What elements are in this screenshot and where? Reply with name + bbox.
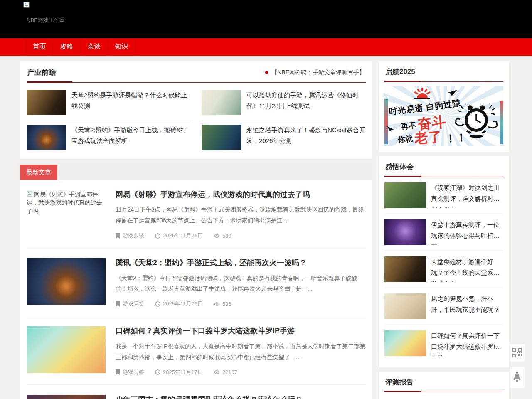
site-logo[interactable]: NBE游戏工作室: [23, 2, 65, 24]
side-item-yise[interactable]: 伊瑟手游真实测评，一位玩家的体验心得与吐槽分享: [384, 214, 503, 251]
featured-title: 永恒之塔手游真来了！盛趣与NCsoft联合开发，2026年公测: [246, 125, 366, 150]
green-map-thumbnail: [384, 182, 426, 208]
bookmark-icon: [116, 369, 120, 375]
section-underline: [384, 391, 503, 392]
nav-item-home[interactable]: 首页: [26, 38, 53, 55]
featured-title: 天堂2盟约是手游还是端游？什么时候能上线公测: [71, 90, 191, 115]
widget-title-insights: 感悟体会: [385, 162, 414, 172]
article-views: 580: [222, 233, 232, 239]
clock-icon: [155, 301, 160, 307]
eye-icon: [214, 302, 220, 306]
reports-widget: 评测报告 1 口碑如何？真实评价一下口袋斗罗大陆这款 2 永恒之塔手游真来了！盛…: [379, 372, 509, 399]
article-category[interactable]: 游戏问答: [123, 369, 144, 376]
section-title-industry: 产业前瞻: [27, 68, 56, 77]
side-item-hanjia[interactable]: 《汉家江湖》对决剑之川真实测评，详文解析对决剑之川手: [384, 177, 503, 214]
featured-title: 可以渡劫升仙的手游，腾讯运营《修仙时代》11月28日上线测试: [246, 90, 366, 115]
broken-image-icon: [23, 2, 65, 10]
article-title[interactable]: 网易《射雕》手游宣布停运，武侠游戏的时代真的过去了吗: [116, 190, 366, 200]
red-dot-icon: [265, 71, 268, 74]
article-views: 22107: [222, 369, 237, 375]
side-item-title: 《汉家江湖》对决剑之川真实测评，详文解析对决剑之川手: [431, 182, 503, 208]
sail-2025-widget: 启航2025: [379, 61, 509, 152]
lineage2-keyart-thumbnail: [27, 90, 66, 115]
article-date: 2025年11月26日: [163, 300, 203, 308]
featured-title: 《天堂2:盟约》手游版今日上线，搬砖&打宝游戏玩法全面解析: [71, 125, 191, 150]
lineage2-keyart-thumbnail: [384, 256, 426, 282]
clock-icon: [155, 233, 160, 239]
bookmark-icon: [116, 301, 120, 307]
back-to-top-button[interactable]: [510, 367, 525, 388]
sanguo-city-thumbnail: [27, 395, 106, 399]
purple-arena-thumbnail: [384, 219, 426, 245]
section-underline: [27, 81, 366, 83]
side-item-fengzhijianwu[interactable]: 风之剑舞氪不氪，肝不肝，平民玩家能不能玩？: [384, 288, 503, 325]
article-category[interactable]: 游戏问答: [123, 300, 144, 308]
nav-item-knowledge[interactable]: 知识: [108, 38, 135, 55]
article-category[interactable]: 游戏杂谈: [123, 232, 144, 239]
article-title[interactable]: 腾讯《天堂2：盟约》手游正式上线，还能再次火一波吗？: [116, 258, 366, 268]
logo-alt-text: NBE游戏工作室: [27, 17, 65, 24]
industry-outlook-section: 产业前瞻 【NBE网招聘：手游文章评测写手】 天堂2盟约是手游还是端游？什么时候…: [20, 61, 372, 159]
widget-title-sail2025: 启航2025: [385, 67, 415, 76]
article-meta: 游戏杂谈 2025年11月26日 580: [116, 232, 366, 239]
rank-item-1[interactable]: 1 口碑如何？真实评价一下口袋斗罗大陆这款: [384, 397, 503, 399]
banner-right-decor: [500, 101, 503, 144]
article-excerpt: 《天堂2：盟约》今日不需要激活码测试，这游戏！真的是有我的青春啊，一听音乐就鼻子…: [116, 273, 366, 295]
article-row-shediao[interactable]: 网易《射雕》手游宣布停运，武侠游戏的时代真的过去了吗 网易《射雕》手游宣布停运，…: [27, 180, 366, 248]
qr-code-button[interactable]: [510, 344, 525, 362]
article-row-douluo[interactable]: 口碑如何？真实评价一下口袋斗罗大陆这款斗罗IP手游 我是一个对于斗罗IP很喜欢的…: [27, 316, 366, 384]
rocket-icon: [512, 371, 522, 384]
article-row-sanguo[interactable]: 少年三国志：零的最强蜀国队应该怎么搭？应该怎么玩？ 少年三国志：零的最强蜀国队要…: [27, 385, 366, 399]
article-excerpt: 11月24日下午3点，网易《射雕》手游正式关闭服务器，这款承载着无数武侠迷回忆的…: [116, 204, 366, 226]
widget-title-reports: 评测报告: [385, 377, 414, 387]
paper-plane-icon: [447, 89, 458, 99]
eye-icon: [214, 370, 220, 374]
article-meta: 游戏问答 2025年11月26日 536: [116, 300, 366, 308]
article-title[interactable]: 少年三国志：零的最强蜀国队应该怎么搭？应该怎么玩？: [116, 395, 366, 399]
sidebar: 启航2025: [379, 61, 509, 399]
cartoon-game-thumbnail: [384, 330, 426, 356]
featured-item-xiuxian[interactable]: 可以渡劫升仙的手游，腾讯运营《修仙时代》11月28日上线测试: [202, 85, 366, 120]
featured-item-lineage2-launch[interactable]: 《天堂2:盟约》手游版今日上线，搬砖&打宝游戏玩法全面解析: [27, 120, 191, 155]
article-title[interactable]: 口碑如何？真实评价一下口袋斗罗大陆这款斗罗IP手游: [116, 326, 366, 336]
banner-line3c: ！！: [445, 130, 467, 146]
featured-item-lineage2m[interactable]: 天堂2盟约是手游还是端游？什么时候能上线公测: [27, 85, 191, 120]
qr-code-icon: [512, 348, 522, 357]
dragon-battle-thumbnail: [27, 258, 106, 305]
rising-sun-icon: [409, 88, 436, 101]
bookmark-icon: [116, 233, 120, 239]
article-meta: 游戏问答 2025年11月17日 22107: [116, 369, 366, 376]
side-item-tiantang[interactable]: 天堂类题材手游哪个好玩？至今上线的天堂系列游戏大全: [384, 251, 503, 288]
dragon-battle-thumbnail: [27, 125, 66, 150]
article-date: 2025年11月17日: [163, 369, 203, 376]
eye-icon: [214, 234, 220, 238]
motivation-banner[interactable]: 时光易逝 白驹过隙 再不 奋斗 你就 老了 ！！: [384, 86, 503, 146]
broken-thumbnail-alt: 网易《射雕》手游宣布停运，武侠游戏的时代真的过去了吗: [27, 190, 106, 239]
featured-item-aion[interactable]: 永恒之塔手游真来了！盛趣与NCsoft联合开发，2026年公测: [202, 120, 366, 155]
clock-icon: [155, 369, 160, 375]
article-date: 2025年11月26日: [163, 232, 203, 239]
aion-characters-thumbnail: [202, 125, 241, 150]
main-nav: 首页 攻略 杂谈 知识: [0, 38, 532, 56]
side-item-title: 风之剑舞氪不氪，肝不肝，平民玩家能不能玩？: [431, 293, 503, 319]
side-item-title: 天堂类题材手游哪个好玩？至今上线的天堂系列游戏大全: [431, 256, 503, 282]
insights-widget: 感悟体会 《汉家江湖》对决剑之川真实测评，详文解析对决剑之川手 伊瑟手游真实测评…: [379, 156, 509, 367]
banner-line3a: 你就: [397, 133, 413, 145]
banner-left-decor: [384, 99, 388, 144]
side-item-koudai-douluo[interactable]: 口碑如何？真实评价一下口袋斗罗大陆这款斗罗IP手游: [384, 325, 503, 362]
featured-grid: 天堂2盟约是手游还是端游？什么时候能上线公测 可以渡劫升仙的手游，腾讯运营《修仙…: [27, 85, 366, 155]
latest-articles-badge: 最新文章: [20, 165, 57, 180]
broken-image-icon: [27, 191, 33, 197]
pale-statue-thumbnail: [384, 293, 426, 319]
nav-item-guides[interactable]: 攻略: [53, 38, 81, 55]
article-row-lineage2[interactable]: 腾讯《天堂2：盟约》手游正式上线，还能再次火一波吗？ 《天堂2：盟约》今日不需要…: [27, 248, 366, 316]
article-excerpt: 我是一个对于斗罗IP很喜欢的人，大概是高中时期看了第一部小说，而后是大学时期看了…: [116, 341, 366, 363]
recruit-notice-link[interactable]: 【NBE网招聘：手游文章评测写手】: [265, 69, 365, 76]
cartoon-game-thumbnail: [27, 326, 106, 373]
article-views: 536: [222, 301, 232, 307]
ink-painting-thumbnail: [202, 90, 241, 115]
side-item-title: 伊瑟手游真实测评，一位玩家的体验心得与吐槽分享: [431, 219, 503, 245]
recruit-notice-text: 【NBE网招聘：手游文章评测写手】: [271, 69, 365, 76]
banner-line3b: 老了: [414, 128, 443, 146]
nav-item-misc[interactable]: 杂谈: [81, 38, 108, 55]
